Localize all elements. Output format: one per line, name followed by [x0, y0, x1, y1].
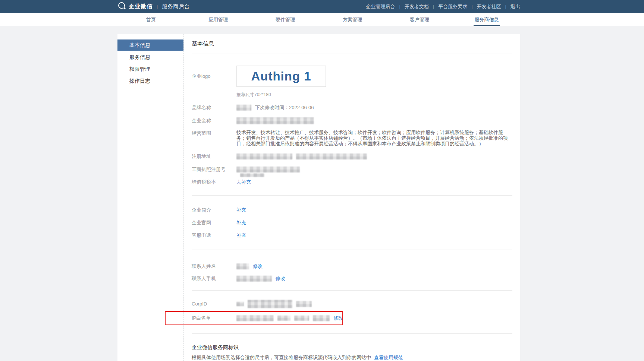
link-platform-requirements[interactable]: 平台服务要求 [438, 3, 467, 10]
page-body: 基本信息 服务信息 权限管理 操作日志 基本信息 企业logo Authing … [0, 26, 644, 361]
redacted-license-number [240, 173, 264, 177]
vat-rate-label: 增值税税率 [192, 179, 236, 186]
redacted-corpid [236, 302, 244, 306]
company-website-label: 企业官网 [192, 219, 236, 226]
contact-mobile-label: 联系人手机 [192, 275, 236, 282]
link-enterprise-admin[interactable]: 企业管理后台 [366, 3, 395, 10]
topbar-brand-group: 企业微信 | 服务商后台 [117, 1, 190, 12]
tab-solution-management[interactable]: 方案管理 [319, 13, 386, 26]
row-brand-name: 品牌名称 下次修改时间：2022-06-06 [192, 104, 512, 111]
redacted-ip-whitelist [236, 315, 274, 321]
brand-name-label: 品牌名称 [192, 104, 236, 111]
redacted-corpid [296, 301, 312, 307]
main-nav: 首页 应用管理 硬件管理 方案管理 客户管理 服务商信息 [0, 13, 644, 26]
badge-desc-text: 根据具体使用场景选择合适的尺寸后，可直接将服务商标识源代码嵌入到你的网站中 [192, 355, 371, 360]
profile-supplement-link[interactable]: 补充 [236, 207, 246, 213]
redacted-company-fullname [236, 117, 314, 124]
company-fullname-label: 企业全称 [192, 117, 236, 124]
redacted-license-number [236, 167, 300, 172]
link-developer-community[interactable]: 开发者社区 [477, 3, 501, 10]
divider [192, 250, 512, 250]
logo-size-hint: 推荐尺寸702*180 [236, 92, 512, 98]
redacted-contact-mobile [236, 276, 272, 282]
row-vat-rate: 增值税税率 去补充 [192, 179, 512, 186]
license-number-label: 工商执照注册号 [192, 166, 236, 173]
divider [192, 290, 512, 291]
row-service-phone: 客服电话 补充 [192, 232, 512, 239]
content-panel: 基本信息 企业logo Authing 1 推荐尺寸702*180 品牌名称 下… [184, 34, 520, 361]
usage-spec-link[interactable]: 查看使用规范 [374, 355, 403, 360]
page-title: 基本信息 [192, 39, 512, 48]
redacted-ip-whitelist [313, 315, 330, 321]
row-company-logo: 企业logo Authing 1 [192, 66, 512, 87]
topbar-link-separator: | [433, 4, 434, 9]
topbar-link-separator: | [471, 4, 472, 9]
ip-whitelist-modify-link[interactable]: 修改 [333, 315, 343, 322]
sidebar-item-permission-management[interactable]: 权限管理 [117, 63, 183, 75]
redacted-address [296, 153, 367, 159]
redacted-ip-whitelist [294, 316, 309, 321]
row-company-website: 企业官网 补充 [192, 219, 512, 226]
topbar: 企业微信 | 服务商后台 企业管理后台 | 开发者文档 | 平台服务要求 | 开… [0, 0, 644, 13]
vat-supplement-link[interactable]: 去补充 [236, 179, 251, 186]
website-supplement-link[interactable]: 补充 [236, 219, 246, 226]
redacted-address [236, 153, 292, 159]
row-license-number: 工商执照注册号 [192, 166, 512, 177]
divider [192, 333, 512, 334]
row-company-fullname: 企业全称 [192, 117, 512, 124]
badge-section-desc: 根据具体使用场景选择合适的尺寸后，可直接将服务商标识源代码嵌入到你的网站中 查看… [192, 354, 512, 361]
redacted-corpid [248, 300, 292, 308]
tab-customer-management[interactable]: 客户管理 [386, 13, 453, 26]
company-logo-label: 企业logo [192, 73, 236, 80]
sidebar: 基本信息 服务信息 权限管理 操作日志 [117, 34, 184, 361]
business-scope-text: 技术开发、技术转让、技术推广、技术服务、技术咨询；软件开发；软件咨询；应用软件服… [236, 130, 509, 146]
sidebar-item-basic-info[interactable]: 基本信息 [117, 39, 183, 51]
redacted-contact-name [236, 263, 249, 269]
divider [192, 54, 512, 54]
brand-next-modify-note: 下次修改时间：2022-06-06 [255, 104, 314, 111]
product-name: 服务商后台 [162, 3, 190, 10]
topbar-link-separator: | [399, 4, 400, 9]
contact-name-label: 联系人姓名 [192, 263, 236, 270]
tab-service-provider-info[interactable]: 服务商信息 [453, 13, 520, 26]
topbar-links: 企业管理后台 | 开发者文档 | 平台服务要求 | 开发者社区 | 退出 [366, 3, 520, 10]
contact-name-modify-link[interactable]: 修改 [253, 263, 263, 270]
contact-mobile-modify-link[interactable]: 修改 [276, 275, 285, 282]
company-profile-label: 企业简介 [192, 207, 236, 213]
row-corpid: CorpID [192, 300, 512, 308]
business-scope-label: 经营范围 [192, 130, 236, 137]
redacted-brand-name [236, 105, 251, 111]
company-logo-image: Authing 1 [236, 66, 326, 87]
tab-app-management[interactable]: 应用管理 [185, 13, 252, 26]
row-business-scope: 经营范围 技术开发、技术转让、技术推广、技术服务、技术咨询；软件开发；软件咨询；… [192, 130, 512, 146]
tab-home[interactable]: 首页 [117, 13, 185, 26]
topbar-link-separator: | [505, 4, 506, 9]
row-contact-name: 联系人姓名 修改 [192, 263, 512, 270]
service-phone-label: 客服电话 [192, 232, 236, 239]
ip-whitelist-label: IP白名单 [192, 315, 236, 322]
company-logo-text: Authing 1 [251, 69, 311, 83]
badge-section-title: 企业微信服务商标识 [192, 343, 512, 351]
link-developer-docs[interactable]: 开发者文档 [405, 3, 429, 10]
sidebar-item-service-info[interactable]: 服务信息 [117, 51, 183, 63]
link-logout[interactable]: 退出 [511, 3, 520, 10]
tab-hardware-management[interactable]: 硬件管理 [252, 13, 319, 26]
registered-address-label: 注册地址 [192, 153, 236, 160]
row-ip-whitelist: IP白名单 修改 [192, 315, 512, 322]
sidebar-item-operation-log[interactable]: 操作日志 [117, 75, 183, 86]
row-contact-mobile: 联系人手机 修改 [192, 275, 512, 282]
divider [192, 195, 512, 196]
redacted-ip-whitelist [277, 316, 290, 321]
row-company-profile: 企业简介 补充 [192, 207, 512, 213]
corpid-label: CorpID [192, 301, 236, 307]
row-registered-address: 注册地址 [192, 153, 512, 160]
brand-separator: | [157, 4, 158, 9]
phone-supplement-link[interactable]: 补充 [236, 232, 246, 239]
brand-name: 企业微信 [129, 3, 153, 10]
wechat-work-logo-icon [117, 1, 126, 12]
